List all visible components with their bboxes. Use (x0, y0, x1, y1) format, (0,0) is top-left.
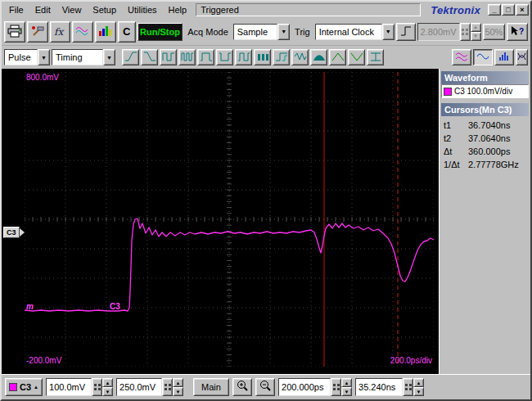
math-fx-icon: fx (52, 25, 67, 38)
spin-down-button[interactable]: ▼ (173, 387, 183, 396)
keypad-button[interactable] (331, 378, 341, 396)
measure-duty-cycle-button[interactable] (235, 49, 252, 65)
spin-down-button[interactable]: ▼ (413, 387, 424, 396)
menu-help[interactable]: Help (163, 3, 193, 16)
graticule-canvas (25, 72, 434, 367)
measure-positive-width-button[interactable] (197, 49, 214, 65)
trigger-slope-button[interactable] (396, 23, 416, 41)
horizontal-scale-value[interactable]: 200.000ps (278, 378, 331, 396)
period-icon (162, 52, 175, 63)
vector-display-button[interactable] (452, 49, 471, 65)
keypad-button[interactable] (92, 378, 102, 396)
trigger-source-select[interactable]: Internal Clock ▼ (315, 24, 394, 40)
main-area: C3 800.0mV -200.0mV 200.0ps/div m C3 Wav… (2, 69, 530, 374)
measure-negative-width-button[interactable] (216, 49, 233, 65)
waveform-database-button[interactable] (72, 21, 93, 43)
measure-frequency-button[interactable] (178, 49, 196, 65)
math-button[interactable]: fx (50, 21, 71, 43)
minimize-button[interactable]: _ (488, 4, 501, 16)
keypad-icon (333, 384, 340, 390)
bottom-control-bar: C3 ▲ 100.0mV ▲▼ 250.0mV ▲▼ Main 200.000p… (2, 374, 530, 399)
spin-up-icon: ▲ (471, 23, 481, 32)
chevron-down-icon[interactable]: ▼ (277, 24, 290, 40)
cursors-button[interactable]: C (118, 21, 136, 43)
trigger-level-control: 2.800mV ▲▼ (417, 23, 481, 41)
measure-burst-width-button[interactable] (254, 49, 271, 65)
chevron-down-icon[interactable]: ▼ (103, 49, 115, 65)
readout-panel: Waveform C3 100.0mV/div Cursors(Mn C3) t… (439, 69, 530, 374)
acq-mode-select[interactable]: Sample ▼ (233, 24, 290, 40)
context-help-button[interactable]: ? (507, 23, 528, 41)
waveform-panel-header: Waveform (441, 71, 529, 84)
channel-select-value: C3 (20, 382, 31, 392)
measure-phase-button[interactable] (291, 49, 309, 65)
waveform-list-item[interactable]: C3 100.0mV/div (441, 84, 529, 98)
keypad-icon (460, 23, 471, 41)
keypad-icon (94, 384, 101, 390)
readout-value: 360.000ps (468, 146, 510, 156)
menu-utilities[interactable]: Utilities (122, 3, 162, 16)
measure-delay-button[interactable] (273, 49, 290, 65)
readout-inverse-delta-t: 1/Δt 2.77778GHz (441, 158, 529, 171)
readout-label: t2 (444, 133, 468, 143)
measure-fall-time-button[interactable] (141, 49, 158, 65)
chevron-down-icon[interactable]: ▼ (38, 49, 50, 65)
eye-diagram-button[interactable] (516, 49, 528, 65)
measure-category-select[interactable]: Pulse ▼ (4, 49, 50, 65)
measure-class-select[interactable]: Timing ▼ (52, 49, 115, 65)
print-button[interactable] (4, 21, 25, 43)
setup-dialogs-button[interactable] (27, 21, 48, 43)
spin-up-button[interactable]: ▲ (173, 378, 183, 387)
readout-label: Δt (444, 146, 468, 156)
close-button[interactable]: × (516, 4, 529, 16)
vertical-scale-value[interactable]: 100.0mV (46, 378, 92, 396)
zoom-in-button[interactable] (232, 378, 252, 396)
spin-up-button[interactable]: ▲ (341, 378, 352, 387)
measure-rise-time-button[interactable] (122, 49, 139, 65)
keypad-button[interactable] (162, 378, 173, 396)
svg-text:?: ? (519, 27, 524, 36)
measure-period-button[interactable] (160, 49, 177, 65)
run-stop-button[interactable]: Run/Stop (138, 23, 183, 41)
spin-up-button[interactable]: ▲ (413, 378, 424, 387)
waveform-screen: C3 800.0mV -200.0mV 200.0ps/div m C3 (2, 69, 439, 374)
measure-maximum-button[interactable] (329, 49, 346, 65)
timebase-button[interactable]: Main (193, 378, 229, 396)
channel-position-marker[interactable]: C3 (3, 227, 25, 238)
waveform-database-icon (75, 25, 90, 38)
chevron-down-icon[interactable]: ▼ (382, 24, 394, 40)
zoom-out-icon (259, 380, 272, 394)
readout-value: 37.0640ns (468, 133, 510, 143)
menu-setup[interactable]: Setup (87, 3, 122, 16)
menu-file[interactable]: File (3, 3, 29, 16)
spin-down-button[interactable]: ▼ (102, 387, 113, 396)
spin-up-button[interactable]: ▲ (102, 378, 113, 387)
measurement-toolbar: Pulse ▼ Timing ▼ (2, 46, 530, 69)
channel-select[interactable]: C3 ▲ (5, 378, 43, 396)
histogram-acq-button[interactable] (95, 21, 116, 43)
measure-minimum-button[interactable] (348, 49, 365, 65)
measure-amplitude-button[interactable] (367, 49, 384, 65)
readout-value: 36.7040ns (468, 120, 510, 130)
menu-edit[interactable]: Edit (29, 3, 56, 16)
readout-t2: t2 37.0640ns (441, 132, 529, 145)
menu-view[interactable]: View (56, 3, 88, 16)
restore-button[interactable]: □ (502, 4, 515, 16)
cursors-panel-header: Cursors(Mn C3) (441, 103, 529, 116)
area-icon (313, 52, 326, 63)
measure-class-value: Timing (52, 49, 103, 65)
histogram-display-button[interactable] (494, 49, 514, 65)
horizontal-position-value[interactable]: 35.240ns (355, 378, 403, 396)
histogram-bars-icon (498, 52, 511, 63)
max-icon (331, 52, 345, 63)
phase-icon (294, 52, 307, 63)
measure-area-button[interactable] (310, 49, 327, 65)
measure-category-value: Pulse (4, 49, 38, 65)
intensity-button: 50% (483, 24, 506, 40)
timebase-scale-label: 200.0ps/div (390, 356, 432, 365)
keypad-button[interactable] (403, 378, 413, 396)
zoom-out-button[interactable] (255, 378, 275, 396)
spin-down-button[interactable]: ▼ (341, 387, 352, 396)
waveform-display-button[interactable] (473, 49, 493, 65)
vertical-offset-value[interactable]: 250.0mV (116, 378, 162, 396)
